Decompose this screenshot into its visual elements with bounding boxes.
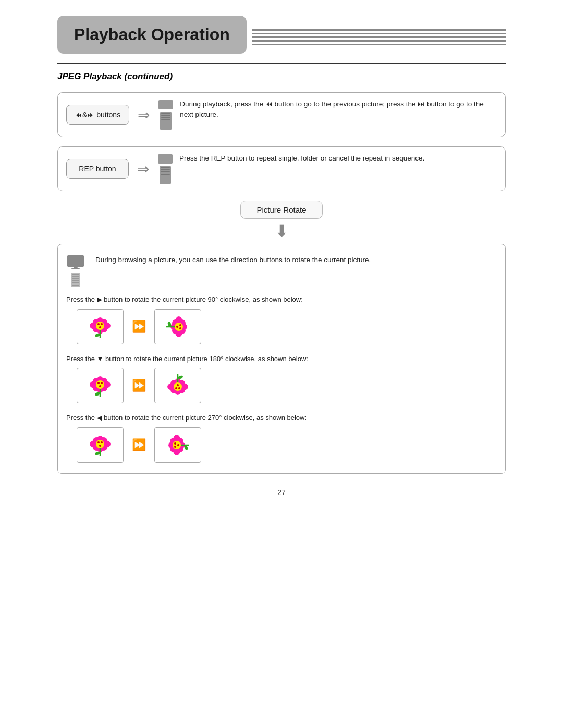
svg-point-67	[96, 440, 104, 448]
pr-line-1	[72, 274, 79, 275]
flower-svg-before-270	[82, 430, 118, 460]
header-divider	[57, 63, 506, 64]
header-title-box: Playback Operation	[57, 16, 247, 54]
pr-line-6	[72, 285, 79, 286]
flower-after-90	[154, 309, 201, 344]
arrow-right-1: ⇒	[138, 106, 150, 124]
remote-line-7	[161, 171, 170, 172]
page-number: 27	[57, 488, 506, 497]
flower-svg-before-180	[82, 371, 118, 400]
svg-point-25	[175, 323, 183, 331]
header-lines	[247, 16, 506, 54]
svg-point-28	[176, 326, 178, 328]
svg-point-54	[178, 387, 180, 389]
svg-point-14	[99, 326, 101, 328]
svg-point-84	[177, 444, 179, 446]
page-title: Playback Operation	[74, 25, 230, 44]
svg-point-41	[101, 382, 103, 384]
flower-after-270	[154, 427, 201, 463]
remote-icon-2	[157, 154, 173, 184]
flower-svg-before-90	[82, 312, 118, 341]
header-line-5	[252, 44, 506, 45]
flower-before-270	[77, 427, 124, 463]
panel-intro-span: During browsing a picture, you can use t…	[95, 256, 371, 264]
remote-line-5	[161, 167, 170, 168]
header-line-4	[252, 40, 506, 42]
svg-point-26	[179, 324, 181, 326]
remote-line-4	[161, 119, 170, 120]
svg-point-27	[179, 327, 181, 329]
flower-before-90	[77, 309, 124, 344]
pr-line-4	[72, 280, 79, 281]
picture-rotate-container: Picture Rotate ⬇	[57, 201, 506, 241]
tv-icon	[66, 255, 85, 269]
remote-screen-1	[158, 100, 173, 109]
svg-rect-2	[71, 268, 80, 269]
row-rep: REP button ⇒ Press the REP button to rep…	[57, 146, 506, 191]
header-container: Playback Operation	[57, 16, 506, 54]
flower-svg-after-180	[160, 371, 196, 400]
rotate-row-90: Press the ▶ button to rotate the current…	[66, 294, 493, 344]
panel-icons	[66, 255, 85, 287]
double-arrow-180: ⏩	[132, 379, 146, 392]
svg-point-55	[175, 387, 177, 389]
rotate-images-90: ⏩	[77, 309, 493, 344]
remote-screen-2	[158, 154, 173, 164]
svg-point-68	[97, 441, 100, 443]
picture-rotate-box: Picture Rotate	[240, 201, 322, 219]
rotate-images-270: ⏩	[77, 427, 493, 463]
rotate-label-270: Press the ◀ button to rotate the current…	[66, 413, 493, 423]
remote-icon-1	[158, 100, 174, 130]
svg-point-11	[96, 322, 104, 330]
panel-remote-small	[71, 273, 80, 287]
svg-point-42	[99, 385, 101, 387]
remote-line-2	[161, 115, 170, 116]
remote-line-8	[161, 174, 170, 175]
header-line-3	[252, 36, 506, 38]
svg-point-81	[173, 441, 181, 449]
row-content-1: During playback, press the ⏮ button to g…	[158, 99, 497, 130]
arrow-right-2: ⇒	[137, 161, 149, 178]
down-arrow-icon: ⬇	[275, 221, 289, 241]
remote-line-1	[161, 113, 170, 114]
svg-point-12	[97, 323, 100, 325]
remote-body-2	[160, 166, 171, 184]
pr-line-2	[72, 276, 79, 277]
row-prev-next: ⏮&⏭ buttons ⇒ During playback, press the…	[57, 92, 506, 137]
row-text-2: Press the REP button to repeat single, f…	[179, 153, 424, 164]
section-title: JPEG Playback (continued)	[57, 71, 506, 82]
svg-point-56	[177, 384, 179, 386]
panel-intro-text: During browsing a picture, you can use t…	[95, 255, 371, 266]
page: Playback Operation JPEG Playback (contin…	[47, 0, 516, 512]
pr-line-5	[72, 282, 79, 283]
svg-point-53	[174, 382, 182, 391]
rotate-label-90: Press the ▶ button to rotate the current…	[66, 294, 493, 305]
rep-label: REP button	[66, 159, 129, 179]
row-content-2: Press the REP button to repeat single, f…	[157, 153, 497, 184]
flower-after-180	[154, 368, 201, 403]
remote-line-3	[161, 117, 170, 118]
svg-point-40	[97, 382, 100, 384]
double-arrow-270: ⏩	[132, 438, 146, 452]
prev-next-label-text: ⏮&⏭ buttons	[75, 110, 120, 119]
svg-point-70	[99, 445, 101, 447]
svg-point-39	[96, 380, 104, 389]
remote-body-1	[160, 112, 172, 130]
rotate-row-180: Press the ▼ button to rotate the current…	[66, 354, 493, 404]
prev-next-label: ⏮&⏭ buttons	[66, 105, 129, 125]
pr-line-3	[72, 278, 79, 279]
header-line-1	[252, 29, 506, 31]
rotate-panel-header: During browsing a picture, you can use t…	[66, 255, 493, 287]
flower-svg-after-90	[160, 312, 196, 341]
row-text-1: During playback, press the ⏮ button to g…	[180, 99, 497, 120]
picture-rotate-label: Picture Rotate	[256, 205, 306, 214]
rep-label-text: REP button	[79, 165, 116, 173]
remote-line-6	[161, 169, 170, 170]
svg-rect-0	[67, 255, 84, 267]
double-arrow-90: ⏩	[132, 320, 146, 334]
svg-point-13	[101, 323, 103, 325]
flower-before-180	[77, 368, 124, 403]
rotate-panel: During browsing a picture, you can use t…	[57, 244, 506, 474]
header-line-2	[252, 33, 506, 34]
svg-point-69	[101, 441, 103, 443]
